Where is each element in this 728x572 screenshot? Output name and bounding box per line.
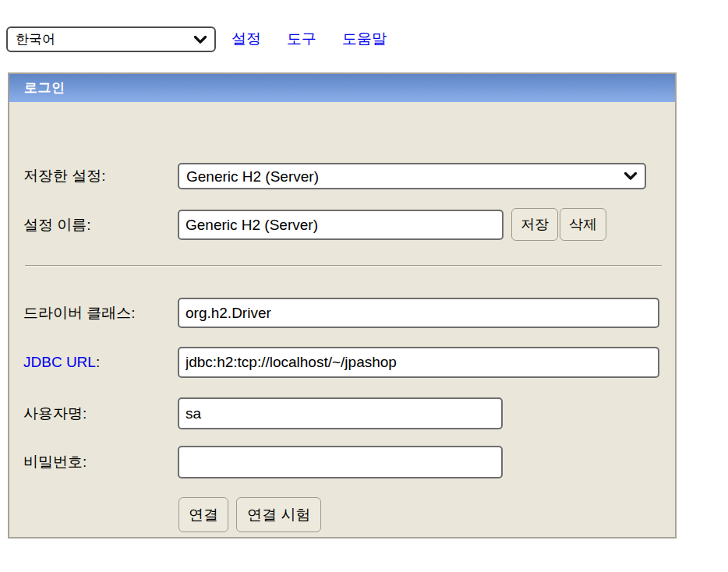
- connect-button[interactable]: 연결: [178, 497, 228, 532]
- login-form: 저장한 설정: Generic H2 (Server) 설정 이름: 저장 삭제…: [9, 102, 675, 537]
- top-menu: 설정 도구 도움말: [231, 28, 387, 50]
- jdbc-url-label: JDBC URL:: [23, 347, 100, 378]
- delete-button[interactable]: 삭제: [560, 208, 606, 241]
- panel-title: 로그인: [9, 74, 675, 102]
- saved-settings-select-wrap: Generic H2 (Server): [178, 163, 646, 189]
- setting-name-input[interactable]: [178, 210, 504, 240]
- jdbc-url-link[interactable]: JDBC URL: [23, 354, 96, 370]
- password-label: 비밀번호:: [23, 446, 87, 478]
- menu-link-help[interactable]: 도움말: [342, 28, 387, 50]
- save-button[interactable]: 저장: [511, 208, 558, 241]
- username-label: 사용자명:: [23, 397, 87, 429]
- test-connection-button[interactable]: 연결 시험: [236, 497, 321, 532]
- menu-link-tools[interactable]: 도구: [287, 28, 316, 50]
- saved-settings-label: 저장한 설정:: [23, 163, 106, 189]
- divider: [25, 265, 662, 267]
- jdbc-url-input[interactable]: [178, 347, 659, 378]
- login-panel: 로그인 저장한 설정: Generic H2 (Server) 설정 이름: 저…: [8, 72, 677, 538]
- menu-link-settings[interactable]: 설정: [231, 28, 261, 50]
- username-input[interactable]: [178, 397, 503, 429]
- setting-name-label: 설정 이름:: [23, 210, 91, 240]
- language-select-wrap: 한국어: [6, 26, 216, 52]
- language-select[interactable]: 한국어: [6, 26, 216, 52]
- saved-settings-select[interactable]: Generic H2 (Server): [178, 163, 646, 189]
- jdbc-url-colon: :: [96, 354, 100, 370]
- password-input[interactable]: [178, 446, 503, 478]
- driver-class-label: 드라이버 클래스:: [23, 298, 136, 328]
- driver-class-input[interactable]: [178, 298, 659, 328]
